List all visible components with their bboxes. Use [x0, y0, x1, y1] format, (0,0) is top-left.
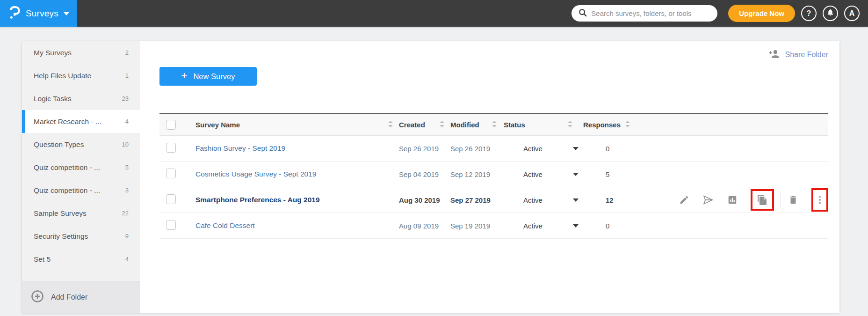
more-icon[interactable] — [814, 194, 826, 206]
status-caret-icon — [573, 173, 579, 176]
responses-count: 0 — [583, 145, 677, 153]
row-actions — [677, 188, 828, 212]
select-all-checkbox[interactable] — [166, 120, 176, 130]
folder-count: 4 — [125, 118, 129, 125]
status-dropdown[interactable]: Active — [499, 170, 583, 178]
status-dropdown[interactable]: Active — [499, 145, 583, 153]
modified-date: Sep 27 2019 — [447, 196, 499, 204]
folder-count: 9 — [125, 233, 129, 240]
col-created: Created — [399, 121, 425, 129]
modified-date: Sep 19 2019 — [447, 222, 499, 230]
responses-count: 0 — [583, 222, 677, 230]
sort-icon[interactable] — [439, 121, 445, 129]
row-checkbox[interactable] — [166, 220, 176, 230]
row-checkbox[interactable] — [166, 143, 176, 153]
sidebar-folder-item[interactable]: Set 5 4 — [22, 248, 140, 271]
survey-table-row: Fashion Survey - Sept 2019 Sep 26 2019 S… — [159, 136, 828, 162]
new-survey-label: New Survey — [193, 72, 235, 81]
sidebar-folder-item[interactable]: Security Settings 9 — [22, 225, 140, 248]
folder-count: 3 — [125, 187, 129, 194]
send-icon[interactable] — [702, 194, 714, 206]
created-date: Aug 09 2019 — [395, 222, 447, 230]
product-caret-icon — [64, 12, 69, 15]
duplicate-highlight-box — [751, 189, 774, 211]
survey-table-row: Smartphone Preferences - Aug 2019 Aug 30… — [159, 187, 828, 213]
folder-label: My Surveys — [34, 49, 72, 57]
sidebar-folder-item[interactable]: Quiz competition - ... 3 — [22, 179, 140, 202]
col-modified: Modified — [450, 121, 479, 129]
delete-icon[interactable] — [788, 194, 799, 206]
sidebar-folder-item[interactable]: Quiz competition - ... 5 — [22, 156, 140, 179]
survey-name-link[interactable]: Smartphone Preferences - Aug 2019 — [189, 196, 395, 204]
upgrade-now-button[interactable]: Upgrade Now — [728, 5, 795, 22]
folder-count: 4 — [125, 256, 129, 263]
sidebar-folder-item[interactable]: Help Files Update 1 — [22, 64, 140, 87]
status-caret-icon — [573, 198, 579, 202]
survey-name-link[interactable]: Fashion Survey - Sept 2019 — [189, 144, 395, 153]
folder-sidebar: My Surveys 2 Help Files Update 1 Logic T… — [22, 41, 140, 313]
global-search[interactable] — [571, 5, 717, 22]
folder-label: Quiz competition - ... — [34, 163, 100, 172]
actions-divider — [781, 193, 781, 207]
folder-count: 5 — [125, 164, 129, 171]
sort-icon[interactable] — [492, 121, 497, 129]
topbar: Surveys Upgrade Now ? A — [0, 0, 868, 27]
folder-label: Help Files Update — [34, 72, 91, 80]
add-folder-label: Add Folder — [51, 293, 87, 301]
survey-name-link[interactable]: Cosmetics Usage Survey - Sept 2019 — [189, 170, 395, 178]
status-label: Active — [523, 170, 542, 178]
status-label: Active — [523, 145, 542, 153]
folder-count: 10 — [122, 141, 129, 148]
duplicate-icon[interactable] — [756, 194, 768, 206]
sidebar-folder-item[interactable]: My Surveys 2 — [22, 41, 140, 64]
folder-count: 2 — [125, 49, 129, 56]
search-input[interactable] — [591, 9, 710, 17]
folder-label: Security Settings — [34, 232, 88, 241]
product-switcher[interactable]: Surveys — [0, 0, 77, 27]
created-date: Sep 26 2019 — [395, 145, 447, 153]
folder-label: Quiz competition - ... — [34, 186, 100, 195]
table-body: Fashion Survey - Sept 2019 Sep 26 2019 S… — [159, 136, 828, 239]
modified-date: Sep 12 2019 — [447, 170, 499, 178]
edit-icon[interactable] — [679, 194, 690, 206]
status-dropdown[interactable]: Active — [499, 222, 583, 230]
status-label: Active — [523, 222, 542, 230]
add-folder-button[interactable]: Add Folder — [22, 281, 140, 313]
folder-label: Set 5 — [34, 255, 51, 264]
survey-name-link[interactable]: Cafe Cold Dessert — [189, 221, 395, 230]
sidebar-folder-list: My Surveys 2 Help Files Update 1 Logic T… — [22, 41, 140, 271]
account-avatar[interactable]: A — [844, 6, 860, 21]
sort-icon[interactable] — [388, 121, 393, 129]
bell-icon — [826, 8, 834, 18]
sidebar-folder-item[interactable]: Sample Surveys 22 — [22, 202, 140, 225]
plus-icon: + — [181, 70, 188, 82]
surveys-panel: My Surveys 2 Help Files Update 1 Logic T… — [22, 41, 839, 313]
folder-label: Logic Tasks — [34, 95, 72, 103]
row-checkbox[interactable] — [166, 169, 176, 178]
table-header: Survey Name Created Modified Status Resp… — [159, 113, 828, 136]
responses-count: 12 — [583, 196, 677, 204]
folder-count: 23 — [122, 95, 129, 102]
help-button[interactable]: ? — [801, 6, 817, 21]
proprofs-logo-icon — [8, 6, 21, 22]
folder-label: Market Research - ... — [34, 118, 101, 126]
new-survey-button[interactable]: + New Survey — [159, 67, 257, 86]
sidebar-folder-item[interactable]: Market Research - ... 4 — [22, 110, 140, 133]
modified-date: Sep 26 2019 — [447, 145, 499, 153]
sidebar-folder-item[interactable]: Logic Tasks 23 — [22, 87, 140, 110]
folder-count: 22 — [122, 210, 129, 217]
folder-content: Share Folder + New Survey Survey Name Cr… — [140, 41, 839, 313]
sort-icon[interactable] — [567, 121, 573, 129]
share-folder-link[interactable]: Share Folder — [159, 49, 828, 61]
folder-label: Question Types — [34, 140, 84, 149]
more-highlight-box — [811, 188, 828, 212]
row-checkbox[interactable] — [166, 194, 176, 204]
notifications-button[interactable] — [823, 6, 838, 21]
sidebar-folder-item[interactable]: Question Types 10 — [22, 133, 140, 156]
status-dropdown[interactable]: Active — [499, 196, 583, 204]
reports-icon[interactable] — [727, 194, 738, 206]
survey-table-row: Cafe Cold Dessert Aug 09 2019 Sep 19 201… — [159, 213, 828, 239]
plus-circle-icon — [31, 290, 44, 305]
help-icon: ? — [807, 9, 811, 18]
sort-icon[interactable] — [625, 121, 630, 129]
